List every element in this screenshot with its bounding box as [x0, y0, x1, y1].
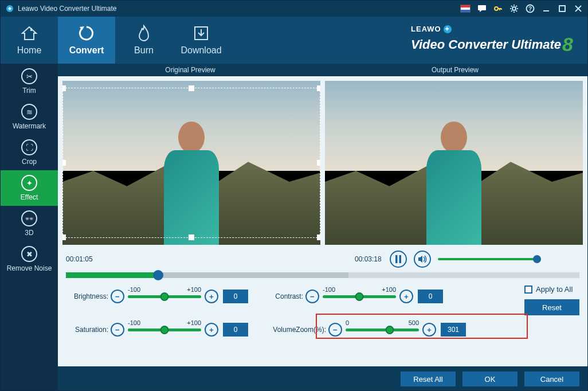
- download-icon: [193, 25, 210, 42]
- saturation-row: Saturation: − -100+100 + 0: [66, 318, 248, 341]
- side-3d[interactable]: 👓 3D: [1, 206, 58, 241]
- svg-rect-18: [30, 28, 32, 31]
- saturation-minus-button[interactable]: −: [111, 323, 124, 337]
- saturation-slider[interactable]: -100+100: [128, 329, 201, 331]
- volumezoom-value[interactable]: 301: [441, 323, 466, 337]
- apply-to-all-checkbox[interactable]: Apply to All: [524, 285, 579, 294]
- side-remove-noise[interactable]: ✖ Remove Noise: [1, 241, 58, 277]
- help-icon[interactable]: ?: [526, 4, 535, 13]
- feedback-icon[interactable]: [477, 4, 487, 13]
- brightness-thumb[interactable]: [160, 292, 169, 301]
- nav-download[interactable]: Download: [173, 17, 230, 64]
- crop-icon: ⛶: [21, 139, 37, 155]
- contrast-plus-button[interactable]: +: [399, 290, 413, 303]
- current-time: 00:01:05: [66, 255, 347, 263]
- content-area: Original Preview Output Preview: [58, 64, 587, 391]
- nav-label: Convert: [69, 45, 104, 56]
- volumezoom-thumb[interactable]: [385, 326, 394, 334]
- flag-icon[interactable]: [460, 5, 471, 13]
- crop-handle[interactable]: [317, 85, 320, 91]
- side-watermark[interactable]: ≋ Watermark: [1, 99, 58, 135]
- cancel-button[interactable]: Cancel: [524, 372, 579, 386]
- saturation-value[interactable]: 0: [223, 323, 248, 337]
- volumezoom-plus-button[interactable]: +: [422, 323, 436, 337]
- home-icon: [21, 25, 38, 42]
- minimize-button[interactable]: [542, 4, 551, 13]
- checkbox-icon: [524, 286, 532, 294]
- gear-icon[interactable]: [509, 4, 519, 13]
- product-text: Video Converter Ultimate: [411, 37, 561, 52]
- crop-handle[interactable]: [317, 160, 320, 166]
- saturation-thumb[interactable]: [160, 326, 169, 334]
- side-effect[interactable]: ✦ Effect: [1, 170, 58, 206]
- volumezoom-label: VolumeZoom(%):: [265, 326, 328, 334]
- ok-button[interactable]: OK: [462, 372, 518, 386]
- convert-icon: [78, 25, 95, 42]
- crop-handle[interactable]: [62, 234, 66, 240]
- volumezoom-minus-button[interactable]: −: [328, 323, 342, 337]
- crop-handle[interactable]: [62, 85, 66, 91]
- reset-button[interactable]: Reset: [524, 299, 579, 315]
- brand-text: LEAWO: [411, 25, 441, 33]
- nav-convert[interactable]: Convert: [58, 17, 115, 64]
- maximize-button[interactable]: [558, 4, 567, 13]
- crop-handle[interactable]: [62, 160, 66, 166]
- contrast-slider[interactable]: -100+100: [323, 295, 396, 298]
- burn-icon: [135, 25, 152, 42]
- svg-line-10: [511, 11, 512, 12]
- main-nav: Home Convert Burn Download LEAWO ✦ Video…: [1, 17, 587, 64]
- contrast-label: Contrast:: [265, 292, 305, 300]
- volume-button[interactable]: [414, 251, 431, 268]
- crop-handle[interactable]: [189, 85, 194, 91]
- key-icon[interactable]: [493, 4, 503, 13]
- contrast-row: Contrast: − -100+100 + 0: [265, 285, 466, 308]
- seek-thumb[interactable]: [153, 270, 163, 280]
- crop-handle[interactable]: [317, 234, 320, 240]
- title-bar: Leawo Video Converter Ultimate ?: [1, 1, 587, 17]
- pause-button[interactable]: [390, 251, 407, 268]
- original-preview[interactable]: [62, 81, 320, 245]
- volume-slider-thumb[interactable]: [533, 255, 541, 263]
- side-label: 3D: [25, 229, 33, 237]
- brightness-slider[interactable]: -100+100: [128, 295, 201, 298]
- brightness-label: Brightness:: [66, 292, 111, 300]
- svg-rect-15: [559, 6, 565, 11]
- contrast-minus-button[interactable]: −: [305, 290, 319, 303]
- brand-dot-icon: ✦: [444, 25, 452, 33]
- logo: LEAWO ✦ Video Converter Ultimate 8: [230, 17, 587, 64]
- brightness-value[interactable]: 0: [223, 290, 248, 303]
- svg-line-11: [516, 6, 518, 7]
- saturation-plus-button[interactable]: +: [205, 323, 218, 337]
- seek-bar[interactable]: [66, 272, 579, 278]
- svg-rect-1: [478, 5, 486, 10]
- svg-point-3: [512, 7, 516, 10]
- original-preview-header: Original Preview: [58, 64, 323, 76]
- glasses-icon: 👓: [21, 210, 37, 226]
- nav-burn[interactable]: Burn: [115, 17, 173, 64]
- remove-noise-icon: ✖: [21, 246, 37, 262]
- brightness-plus-button[interactable]: +: [205, 290, 218, 303]
- bottom-bar: Reset All OK Cancel: [58, 366, 587, 391]
- svg-rect-21: [399, 255, 401, 263]
- reset-all-button[interactable]: Reset All: [401, 372, 456, 386]
- nav-home[interactable]: Home: [1, 17, 58, 64]
- svg-line-8: [511, 6, 512, 7]
- volumezoom-slider[interactable]: 0500: [346, 329, 419, 331]
- side-nav: ✂ Trim ≋ Watermark ⛶ Crop ✦ Effect 👓 3D …: [1, 64, 58, 391]
- side-trim[interactable]: ✂ Trim: [1, 64, 58, 99]
- contrast-value[interactable]: 0: [418, 290, 443, 303]
- contrast-thumb[interactable]: [355, 292, 364, 301]
- side-crop[interactable]: ⛶ Crop: [1, 135, 58, 170]
- preview-headers: Original Preview Output Preview: [58, 64, 587, 76]
- brightness-row: Brightness: − -100+100 + 0: [66, 285, 248, 308]
- window-title: Leawo Video Converter Ultimate: [18, 5, 117, 13]
- saturation-label: Saturation:: [66, 326, 111, 334]
- effect-icon: ✦: [21, 175, 37, 191]
- playback-row: 00:01:05 00:03:18: [58, 245, 587, 270]
- svg-line-9: [516, 11, 518, 12]
- side-label: Trim: [22, 87, 36, 95]
- close-button[interactable]: [574, 4, 583, 13]
- crop-handle[interactable]: [189, 234, 194, 240]
- brightness-minus-button[interactable]: −: [111, 290, 124, 303]
- volume-slider[interactable]: [438, 258, 541, 260]
